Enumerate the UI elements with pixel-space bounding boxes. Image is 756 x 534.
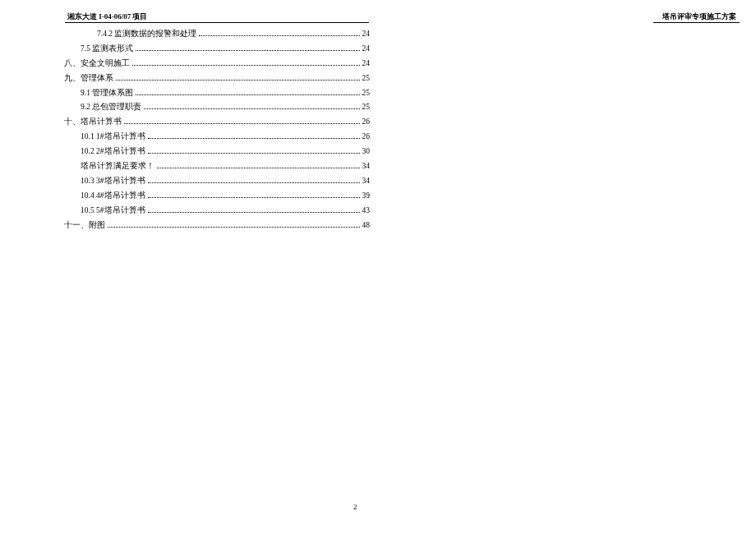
toc-page: 25 [362,74,371,83]
toc-label: 10.1 1#塔吊计算书 [81,132,145,141]
toc-row: 7.4.2 监测数据的报警和处理24 [64,30,370,39]
header-rule-right [653,22,740,23]
toc-label: 9.1 管理体系图 [81,89,133,98]
toc-row: 9.1 管理体系图25 [64,89,370,98]
toc-row: 10.4 4#塔吊计算书39 [64,191,370,200]
toc-row: 塔吊计算满足要求！34 [64,162,370,171]
toc-dots [199,35,359,36]
toc-row: 10.1 1#塔吊计算书26 [64,132,370,141]
toc-page: 34 [362,177,371,186]
toc-page: 43 [362,206,371,215]
toc-label: 7.5 监测表形式 [81,44,133,53]
toc-label: 10.4 4#塔吊计算书 [81,191,145,200]
toc-row: 7.5 监测表形式24 [64,44,370,53]
toc-page: 48 [362,221,371,230]
toc-dots [148,138,360,139]
header-rule-left [65,22,369,23]
toc-label: 八、安全文明施工 [64,59,130,68]
toc-label: 十、塔吊计算书 [64,117,122,127]
toc-label: 7.4.2 监测数据的报警和处理 [97,30,196,39]
toc-page: 26 [362,117,371,127]
toc-page: 39 [362,191,371,200]
toc-dots [136,94,359,95]
toc-dots [136,50,359,51]
toc-dots [144,108,359,109]
toc-row: 十一、附图48 [64,221,370,230]
header-right: 塔吊评审专项施工方案 [662,12,736,22]
toc-dots [148,212,360,213]
toc-page: 24 [362,30,371,39]
toc-row: 9.2 总包管理职责25 [64,103,370,112]
toc-dots [148,197,360,198]
toc-dots [148,153,360,154]
toc-label: 塔吊计算满足要求！ [81,162,154,171]
toc-label: 10.3 3#塔吊计算书 [81,177,145,186]
toc-dots [148,182,360,183]
toc-row: 十、塔吊计算书26 [64,117,370,127]
header-left: 湘东大道 I-04-06/07 项目 [67,12,148,22]
toc-page: 26 [362,132,371,141]
page-number: 2 [353,503,357,511]
toc-label: 10.5 5#塔吊计算书 [81,206,145,215]
toc-dots [157,168,360,168]
toc-label: 10.2 2#塔吊计算书 [81,147,145,156]
toc-row: 八、安全文明施工24 [64,59,370,68]
table-of-contents: 7.4.2 监测数据的报警和处理247.5 监测表形式24八、安全文明施工24九… [64,30,370,235]
toc-dots [116,80,360,81]
toc-label: 9.2 总包管理职责 [81,103,141,112]
toc-row: 10.3 3#塔吊计算书34 [64,177,370,186]
toc-page: 24 [362,44,371,53]
toc-row: 九、管理体系25 [64,74,370,83]
toc-page: 24 [362,59,371,68]
toc-page: 30 [362,147,371,156]
toc-page: 25 [362,103,371,112]
toc-label: 九、管理体系 [64,74,113,83]
toc-page: 34 [362,162,371,171]
toc-page: 25 [362,89,371,98]
toc-dots [132,65,360,66]
toc-label: 十一、附图 [64,221,105,230]
toc-dots [108,227,360,228]
toc-row: 10.2 2#塔吊计算书30 [64,147,370,156]
toc-row: 10.5 5#塔吊计算书43 [64,206,370,215]
toc-dots [124,123,360,124]
